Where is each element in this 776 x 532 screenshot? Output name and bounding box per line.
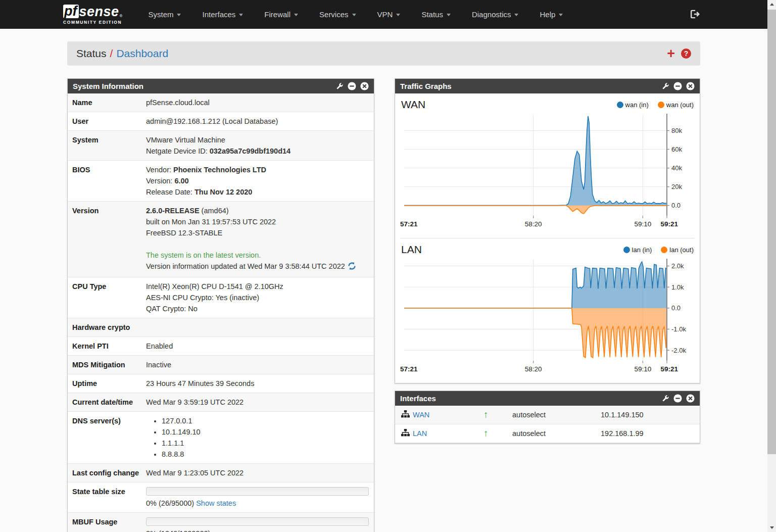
scroll-up-arrow-icon[interactable]	[767, 0, 776, 9]
interface-link[interactable]: WAN	[413, 411, 429, 419]
top-navbar: pfsense® COMMUNITY EDITION SystemInterfa…	[0, 0, 776, 29]
value-text: pfSense.cloud.local	[146, 99, 210, 107]
interfaces-panel: Interfaces WAN↑autoselect10.1.149.150LAN…	[395, 391, 700, 444]
row-value: 2.6.0-RELEASE (amd64)built on Mon Jan 31…	[143, 202, 374, 277]
row-label: Version	[68, 202, 143, 277]
svg-text:59:21: 59:21	[660, 220, 678, 228]
chevron-down-icon	[447, 14, 451, 16]
legend-dot-icon	[617, 102, 623, 108]
nav-item-label: Diagnostics	[472, 10, 511, 19]
close-icon[interactable]	[686, 394, 695, 403]
system-information-header: System Information	[68, 79, 374, 93]
nav-item-label: System	[148, 10, 173, 19]
row-label: DNS server(s)	[68, 412, 143, 463]
nav-item-services[interactable]: Services	[309, 0, 367, 29]
nav-item-vpn[interactable]: VPN	[367, 0, 411, 29]
value-text: Phoenix Technologies LTD	[173, 166, 266, 174]
system-information-table: NamepfSense.cloud.localUseradmin@192.168…	[68, 93, 374, 532]
nav-item-label: Interfaces	[202, 10, 235, 19]
svg-text:0.0: 0.0	[671, 202, 681, 209]
value-line: Inactive	[146, 359, 369, 370]
value-line: admin@192.168.1.212 (Local Database)	[146, 116, 369, 127]
value-line: 2.6.0-RELEASE (amd64)	[146, 205, 369, 216]
up-arrow-icon: ↑	[483, 409, 512, 420]
svg-text:57:21: 57:21	[400, 365, 418, 373]
legend-label: lan (out)	[669, 246, 694, 254]
logo-registered-mark: ®	[120, 14, 123, 18]
svg-text:1.0k: 1.0k	[671, 283, 684, 291]
row-label: System	[68, 131, 143, 160]
row-value: admin@192.168.1.212 (Local Database)	[143, 112, 374, 130]
wrench-icon[interactable]	[336, 82, 344, 90]
wrench-icon[interactable]	[662, 82, 669, 90]
nav-item-interfaces[interactable]: Interfaces	[191, 0, 254, 29]
svg-text:-2.0k: -2.0k	[671, 347, 686, 354]
refresh-icon[interactable]	[348, 262, 356, 273]
breadcrumb-section: Status	[76, 47, 107, 59]
close-icon[interactable]	[360, 82, 369, 90]
show-states-link[interactable]: Show states	[196, 499, 236, 507]
table-row: Version2.6.0-RELEASE (amd64)built on Mon…	[68, 202, 374, 277]
value-text: Thu Nov 12 2020	[195, 188, 252, 196]
row-value: 127.0.0.110.1.149.101.1.1.18.8.8.8	[143, 412, 374, 463]
table-row: DNS server(s)127.0.0.110.1.149.101.1.1.1…	[68, 412, 374, 464]
close-icon[interactable]	[686, 82, 695, 90]
legend-dot-icon	[658, 102, 664, 108]
page-scrollbar[interactable]	[767, 0, 776, 532]
row-label: Uptime	[68, 374, 143, 393]
nav-item-system[interactable]: System	[137, 0, 191, 29]
value-text: Version information updated at Wed Mar 9…	[146, 262, 345, 270]
value-line: AES-NI CPU Crypto: Yes (inactive)	[146, 292, 369, 303]
panel-title: Traffic Graphs	[400, 82, 452, 90]
svg-text:57:21: 57:21	[400, 220, 418, 228]
nav-item-label: Firewall	[264, 10, 290, 19]
interfaces-table: WAN↑autoselect10.1.149.150LAN↑autoselect…	[395, 406, 700, 443]
nav-item-help[interactable]: Help	[529, 0, 573, 29]
navbar-menu: SystemInterfacesFirewallServicesVPNStatu…	[137, 0, 573, 29]
table-row: SystemVMware Virtual MachineNetgate Devi…	[68, 131, 374, 161]
list-item: 1.1.1.1	[162, 438, 369, 449]
value-text: QAT Crypto: No	[146, 305, 198, 313]
svg-text:59:10: 59:10	[634, 220, 651, 228]
value-line: Version: 6.00	[146, 175, 369, 186]
value-text: Intel(R) Xeon(R) CPU D-1541 @ 2.10GHz	[146, 282, 283, 291]
svg-text:58:20: 58:20	[525, 220, 542, 228]
wrench-icon[interactable]	[662, 395, 669, 402]
svg-text:20k: 20k	[671, 183, 682, 190]
nav-item-diagnostics[interactable]: Diagnostics	[461, 0, 529, 29]
row-label: MBUF Usage	[68, 513, 143, 532]
minimize-icon[interactable]	[348, 82, 356, 90]
minimize-icon[interactable]	[673, 394, 682, 403]
svg-text:59:21: 59:21	[660, 365, 678, 373]
value-line: pfSense.cloud.local	[146, 97, 369, 108]
system-information-panel: System Information NamepfSense.cloud.loc…	[67, 78, 374, 532]
row-value: Intel(R) Xeon(R) CPU D-1541 @ 2.10GHzAES…	[143, 277, 374, 318]
svg-text:60k: 60k	[671, 146, 682, 153]
panel-title: Interfaces	[400, 394, 436, 403]
logout-icon[interactable]	[689, 9, 700, 22]
legend-item: wan (in)	[617, 101, 649, 109]
minimize-icon[interactable]	[673, 82, 682, 90]
value-line: VMware Virtual Machine	[146, 134, 369, 146]
nav-item-firewall[interactable]: Firewall	[254, 0, 309, 29]
breadcrumb-page-link[interactable]: Dashboard	[116, 47, 168, 59]
add-widget-icon[interactable]: +	[667, 49, 675, 59]
help-icon[interactable]: ?	[681, 49, 691, 59]
chart-title: WAN	[401, 99, 425, 111]
list-item: 127.0.0.1	[162, 415, 369, 426]
value-text: Enabled	[146, 342, 173, 350]
chart-canvas: 2.0k1.0k0.0-1.0k-2.0k57:2158:2059:1059:2…	[400, 256, 696, 377]
row-value	[143, 318, 374, 336]
value-line: Enabled	[146, 341, 369, 352]
value-line: Netgate Device ID: 032a95a7c99dbf190d14	[146, 146, 369, 157]
nav-item-label: Help	[540, 10, 555, 19]
interface-link[interactable]: LAN	[413, 429, 427, 438]
row-value: Vendor: Phoenix Technologies LTDVersion:…	[143, 161, 374, 201]
value-text: AES-NI CPU Crypto: Yes (inactive)	[146, 294, 259, 302]
logo-pf-text: pf	[63, 5, 79, 18]
nav-item-status[interactable]: Status	[411, 0, 461, 29]
scrollbar-thumb[interactable]	[767, 10, 776, 454]
scroll-down-arrow-icon[interactable]	[767, 523, 776, 532]
interface-row-lan: LAN↑autoselect192.168.1.99	[395, 424, 700, 443]
pfsense-logo[interactable]: pfsense® COMMUNITY EDITION	[63, 5, 122, 25]
